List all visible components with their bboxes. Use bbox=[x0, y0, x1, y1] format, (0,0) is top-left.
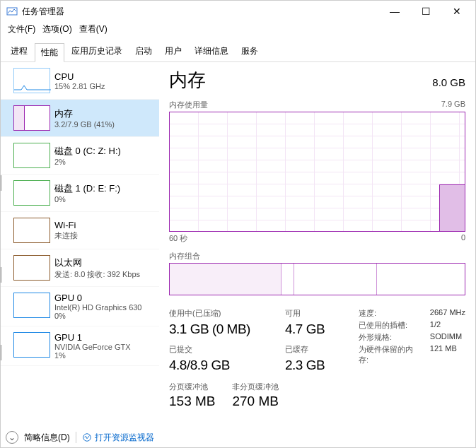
form-value: SODIMM bbox=[430, 332, 465, 343]
detail-panel: 内存 8.0 GB 内存使用量 7.9 GB 60 秒 0 内存组合 使用中(已… bbox=[159, 62, 475, 437]
svg-point-1 bbox=[83, 434, 91, 442]
open-resource-monitor-link[interactable]: 打开资源监视器 bbox=[82, 432, 154, 444]
menu-view[interactable]: 查看(V) bbox=[76, 22, 110, 37]
xaxis-left: 60 秒 bbox=[169, 233, 187, 244]
sidebar-item-sub: 0% bbox=[54, 195, 120, 204]
disk-thumb bbox=[13, 180, 50, 206]
window-title: 任务管理器 bbox=[22, 6, 64, 18]
sidebar: CPU 15% 2.81 GHz 内存 3.2/7.9 GB (41%) 磁盘 … bbox=[1, 62, 159, 437]
cpu-thumb bbox=[13, 68, 50, 93]
chevron-down-icon[interactable]: ⌄ bbox=[6, 431, 18, 444]
memory-capacity: 8.0 GB bbox=[432, 76, 465, 88]
brief-info-link[interactable]: 简略信息(D) bbox=[24, 432, 70, 444]
used-value: 3.1 GB (0 MB) bbox=[169, 322, 268, 337]
menu-bar: 文件(F) 选项(O) 查看(V) bbox=[1, 22, 475, 40]
sidebar-item-label: 内存 bbox=[54, 107, 115, 120]
memory-usage-chart[interactable] bbox=[169, 112, 465, 232]
xaxis-right: 0 bbox=[461, 233, 465, 244]
tab-services[interactable]: 服务 bbox=[236, 42, 264, 61]
main-area: CPU 15% 2.81 GHz 内存 3.2/7.9 GB (41%) 磁盘 … bbox=[1, 62, 475, 437]
sidebar-scroll[interactable] bbox=[1, 62, 5, 437]
form-key: 外形规格: bbox=[359, 332, 416, 343]
sidebar-item-disk1[interactable]: 磁盘 1 (D: E: F:) 0% bbox=[1, 175, 159, 212]
commit-value: 4.8/8.9 GB bbox=[169, 358, 268, 373]
memory-info: 速度: 2667 MHz 已使用的插槽: 1/2 外形规格: SODIMM 为硬… bbox=[359, 308, 465, 365]
minimize-button[interactable]: — bbox=[379, 1, 410, 22]
chart-label: 内存使用量 bbox=[169, 100, 208, 110]
maximize-button[interactable]: ☐ bbox=[410, 1, 441, 22]
tab-performance[interactable]: 性能 bbox=[35, 43, 64, 62]
pool-stats: 分页缓冲池 153 MB 非分页缓冲池 270 MB bbox=[169, 382, 465, 409]
separator bbox=[76, 432, 76, 443]
sidebar-item-cpu[interactable]: CPU 15% 2.81 GHz bbox=[1, 62, 159, 100]
sidebar-item-sub: Intel(R) HD Graphics 630 bbox=[54, 303, 142, 312]
commit-label: 已提交 bbox=[169, 344, 268, 355]
sidebar-item-sub: 15% 2.81 GHz bbox=[54, 82, 105, 90]
memory-stats: 使用中(已压缩) 3.1 GB (0 MB) 已提交 4.8/8.9 GB 可用… bbox=[169, 308, 465, 373]
gpu-thumb bbox=[13, 332, 50, 358]
sidebar-item-wifi[interactable]: Wi-Fi 未连接 bbox=[1, 212, 159, 249]
paged-value: 153 MB bbox=[169, 394, 215, 409]
used-label: 使用中(已压缩) bbox=[169, 308, 268, 319]
svg-rect-0 bbox=[7, 8, 17, 15]
nonpaged-value: 270 MB bbox=[232, 394, 279, 409]
speed-key: 速度: bbox=[359, 308, 416, 319]
tab-users[interactable]: 用户 bbox=[159, 42, 187, 61]
sidebar-item-label: 磁盘 0 (C: Z: H:) bbox=[54, 145, 121, 158]
avail-label: 可用 bbox=[285, 308, 342, 319]
wifi-thumb bbox=[13, 218, 50, 243]
sidebar-item-label: CPU bbox=[54, 71, 105, 82]
sidebar-item-sub: 未连接 bbox=[54, 230, 78, 241]
tab-app-history[interactable]: 应用历史记录 bbox=[66, 42, 128, 61]
tab-startup[interactable]: 启动 bbox=[129, 42, 158, 61]
close-button[interactable]: ✕ bbox=[441, 1, 472, 22]
sidebar-item-label: GPU 0 bbox=[54, 293, 142, 303]
composition-label: 内存组合 bbox=[169, 251, 465, 261]
sidebar-item-sub2: 1% bbox=[54, 351, 131, 360]
sidebar-item-memory[interactable]: 内存 3.2/7.9 GB (41%) bbox=[1, 100, 159, 137]
app-icon bbox=[6, 6, 18, 17]
ethernet-thumb bbox=[13, 255, 50, 281]
menu-options[interactable]: 选项(O) bbox=[40, 22, 74, 37]
sidebar-item-label: 磁盘 1 (D: E: F:) bbox=[54, 182, 120, 195]
gpu-thumb bbox=[13, 293, 50, 318]
sidebar-item-sub2: 0% bbox=[54, 312, 142, 320]
window-controls: — ☐ ✕ bbox=[379, 1, 472, 22]
title-bar: 任务管理器 — ☐ ✕ bbox=[1, 1, 475, 22]
tab-processes[interactable]: 进程 bbox=[5, 42, 33, 61]
speed-value: 2667 MHz bbox=[430, 308, 465, 319]
hwreserved-key: 为硬件保留的内存: bbox=[359, 344, 416, 365]
sidebar-item-gpu1[interactable]: GPU 1 NVIDIA GeForce GTX 1% bbox=[1, 326, 159, 366]
tab-bar: 进程 性能 应用历史记录 启动 用户 详细信息 服务 bbox=[1, 42, 475, 62]
sidebar-item-label: 以太网 bbox=[54, 257, 140, 269]
cached-label: 已缓存 bbox=[285, 344, 342, 355]
page-title: 内存 bbox=[169, 68, 206, 93]
sidebar-item-label: GPU 1 bbox=[54, 332, 131, 343]
chart-max: 7.9 GB bbox=[441, 100, 465, 110]
menu-file[interactable]: 文件(F) bbox=[5, 22, 38, 37]
hwreserved-value: 121 MB bbox=[430, 344, 465, 365]
slots-value: 1/2 bbox=[430, 320, 465, 331]
sidebar-item-sub: 2% bbox=[54, 158, 121, 166]
cached-value: 2.3 GB bbox=[285, 358, 342, 373]
paged-label: 分页缓冲池 bbox=[169, 382, 215, 392]
slots-key: 已使用的插槽: bbox=[359, 320, 416, 331]
nonpaged-label: 非分页缓冲池 bbox=[232, 382, 279, 392]
disk-thumb bbox=[13, 143, 50, 168]
memory-thumb bbox=[13, 105, 50, 131]
memory-composition-chart[interactable] bbox=[169, 263, 465, 295]
monitor-icon bbox=[82, 432, 92, 442]
sidebar-item-ethernet[interactable]: 以太网 发送: 8.0 接收: 392 Kbps bbox=[1, 249, 159, 287]
tab-details[interactable]: 详细信息 bbox=[189, 42, 234, 61]
sidebar-item-disk0[interactable]: 磁盘 0 (C: Z: H:) 2% bbox=[1, 137, 159, 175]
sidebar-item-gpu0[interactable]: GPU 0 Intel(R) HD Graphics 630 0% bbox=[1, 287, 159, 326]
sidebar-item-label: Wi-Fi bbox=[54, 220, 78, 230]
sidebar-item-sub: 3.2/7.9 GB (41%) bbox=[54, 120, 115, 129]
avail-value: 4.7 GB bbox=[285, 322, 342, 337]
sidebar-item-sub: NVIDIA GeForce GTX bbox=[54, 343, 131, 351]
footer: ⌄ 简略信息(D) 打开资源监视器 bbox=[6, 431, 154, 444]
sidebar-item-sub: 发送: 8.0 接收: 392 Kbps bbox=[54, 269, 140, 280]
